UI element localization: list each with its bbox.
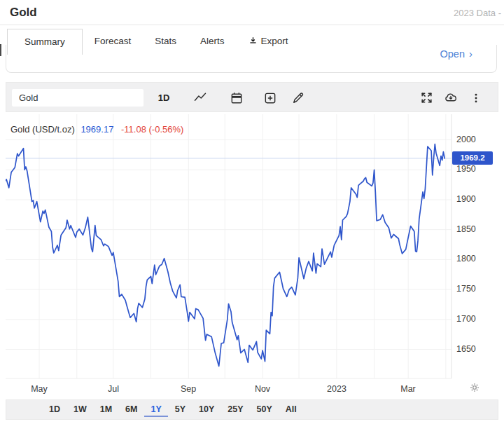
current-price-badge: 1969.2 [452,151,493,165]
open-link[interactable]: Open› [440,48,472,60]
compare-add-icon[interactable] [260,88,281,107]
chart-type-icon[interactable] [190,88,211,107]
x-axis-label: Sep [181,384,196,394]
y-axis-label: 2000 [456,135,487,144]
y-axis-label: 1700 [456,314,487,324]
y-axis-label: 1950 [456,164,487,174]
page-title: Gold [10,6,37,20]
download-icon [248,36,258,48]
interval-button[interactable]: 1D [153,88,174,107]
x-axis-label: May [31,384,48,394]
header-data-note: 2023 Data - [454,8,501,18]
chevron-right-icon: › [469,48,472,60]
range-option-1w[interactable]: 1W [67,402,93,417]
settings-gear-icon[interactable] [468,381,482,395]
fullscreen-icon[interactable] [416,88,437,107]
draw-icon[interactable] [288,88,309,107]
chart-legend: Gold (USD/t.oz) 1969.17 -11.08 (-0.56%) [10,124,183,135]
price-chart[interactable] [6,112,498,399]
range-option-1m[interactable]: 1M [94,402,118,417]
legend-label: Gold (USD/t.oz) [10,124,75,135]
tab-export[interactable]: Export [237,29,300,55]
tab-alerts[interactable]: Alerts [188,29,237,55]
y-axis-label: 1900 [456,194,487,204]
range-option-all[interactable]: All [279,402,303,417]
y-axis-label: 1750 [456,284,487,294]
range-option-1y[interactable]: 1Y [144,402,167,417]
cloud-download-icon[interactable] [440,88,461,107]
legend-change: -11.08 (-0.56%) [121,124,183,135]
range-option-6m[interactable]: 6M [119,402,144,417]
chart-toolbar: 1D [6,82,498,112]
range-option-25y[interactable]: 25Y [221,402,249,417]
tab-forecast[interactable]: Forecast [83,29,144,55]
range-option-1d[interactable]: 1D [43,402,66,417]
tab-export-label: Export [261,36,288,46]
page: Gold 2023 Data - Summary Forecast Stats … [0,0,504,424]
calendar-icon[interactable] [226,88,247,107]
more-menu-icon[interactable] [465,88,486,107]
range-selector: 1D1W1M6M1Y5Y10Y25Y50YAll [6,399,498,420]
range-option-10y[interactable]: 10Y [192,402,220,417]
y-axis-label: 1800 [456,254,487,264]
tab-bar: Summary Forecast Stats Alerts Export [7,29,300,55]
x-axis-label: Nov [255,384,270,394]
range-option-5y[interactable]: 5Y [169,402,192,417]
tab-stats[interactable]: Stats [143,29,188,55]
y-axis-label: 1650 [456,344,487,354]
scroll-indicator [0,44,1,56]
symbol-input[interactable] [11,88,144,107]
x-axis-label: 2023 [327,384,346,394]
legend-price: 1969.17 [80,124,113,135]
x-axis-label: Mar [400,384,416,394]
page-header: Gold 2023 Data - [0,0,504,25]
x-axis-label: Jul [108,384,119,394]
range-option-50y[interactable]: 50Y [251,402,279,417]
tab-summary[interactable]: Summary [7,29,83,55]
y-axis-label: 1850 [456,224,487,234]
